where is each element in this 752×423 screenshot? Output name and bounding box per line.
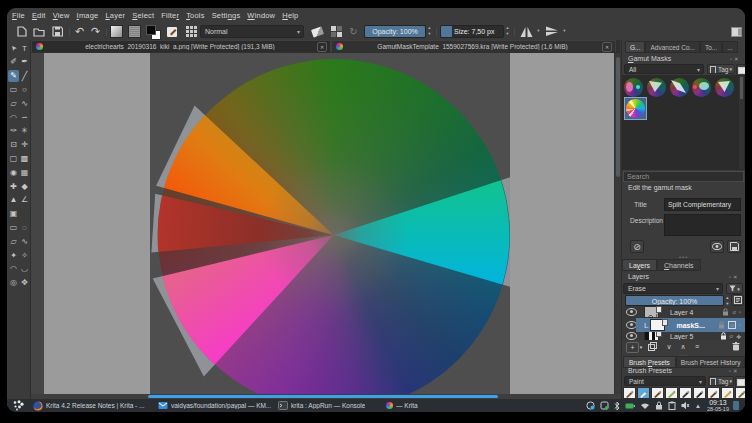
redo-button[interactable]: ↷ [89, 25, 102, 38]
task-krita[interactable]: — Krita [386, 402, 461, 409]
opacity-slider[interactable]: Opacity: 100% [364, 25, 426, 38]
gamut-mask-thumb-4[interactable] [691, 77, 712, 98]
docker-tab-0[interactable]: G... [625, 41, 645, 53]
duplicate-layer-button[interactable] [646, 341, 658, 352]
undo-button[interactable]: ↶ [73, 25, 86, 38]
mirror-horizontal-button[interactable] [518, 25, 534, 38]
mask-preview-button[interactable] [710, 240, 724, 253]
menu-item[interactable]: File [12, 11, 25, 20]
move-layer-up-button[interactable]: ∧ [677, 341, 689, 352]
menu-item[interactable]: View [53, 11, 70, 20]
layer-blending-combo[interactable]: Erase ▾ [623, 283, 723, 294]
open-button[interactable] [32, 25, 45, 38]
mirror-horizontal-menu[interactable]: ▾ [535, 28, 542, 33]
tool-crop[interactable]: ▢ [8, 152, 19, 164]
lock-icon[interactable] [720, 332, 727, 340]
alpha-icon[interactable]: α [728, 321, 735, 329]
delete-layer-button[interactable] [730, 341, 742, 352]
tool-polygon[interactable]: ▱ [8, 97, 19, 109]
reload-preset-button[interactable]: ↻ [347, 25, 360, 38]
menu-item[interactable]: Tools [186, 11, 205, 20]
docker-tab-3[interactable]: ... [722, 41, 737, 53]
menu-item[interactable]: Help [282, 11, 298, 20]
document-tab-2[interactable]: GamutMaskTemplate_1559027569.kra [Write … [331, 40, 616, 52]
mask-search-input[interactable]: Search [623, 171, 744, 182]
choose-workspace-button[interactable] [729, 25, 743, 38]
tool-spacer1[interactable] [19, 208, 30, 220]
tool-polyline[interactable]: ∿ [19, 97, 30, 109]
mask-cancel-button[interactable]: ⊘ [630, 240, 644, 253]
layer-filter-button[interactable]: ▾ [726, 283, 743, 294]
tool-calligraphy[interactable]: ✒ [19, 56, 30, 68]
choose-brush-preset-button[interactable] [185, 25, 198, 38]
mirror-vertical-button[interactable] [544, 25, 560, 38]
alpha-icon[interactable]: α [730, 333, 733, 339]
docker-float-close-icons[interactable]: ▫✕ [730, 56, 741, 62]
docker-tab-1[interactable]: Advanced Co... [645, 41, 699, 53]
edit-brush-settings-button[interactable] [165, 25, 180, 38]
tag-button[interactable]: Tag ▾ [707, 64, 735, 74]
link-icon[interactable]: ▫ [739, 309, 741, 315]
tool-contiguous-select[interactable]: ✦ [8, 249, 19, 261]
tool-edit-shapes[interactable]: ✐ [8, 56, 19, 68]
tool-assistants[interactable]: ▲ [8, 194, 19, 206]
tool-multibrush[interactable]: ✳︎ [19, 125, 30, 137]
canvas-vertical-scrollbar[interactable] [614, 53, 621, 394]
tool-pan[interactable]: ✥ [19, 277, 30, 289]
tool-color-sampler[interactable]: ◉ [8, 166, 19, 178]
mask-title-input[interactable]: Split Complementary [664, 198, 741, 211]
menu-item[interactable]: Filter [161, 11, 179, 20]
pattern-chooser[interactable] [128, 25, 141, 38]
brush-preset-8[interactable] [721, 387, 734, 399]
menu-item[interactable]: Select [132, 11, 154, 20]
tray-expand-caret[interactable]: ▲ [695, 403, 701, 409]
vertical-scroll-handle[interactable] [616, 57, 620, 177]
tab-brush-history[interactable]: Brush Preset History [676, 356, 745, 368]
gamut-mask-thumb-3[interactable] [669, 77, 690, 98]
updates-icon[interactable] [600, 401, 609, 410]
brush-preset-3[interactable] [651, 387, 664, 399]
opacity-spin-down[interactable]: ▾ [426, 31, 433, 36]
tool-freehand-path[interactable]: ∽ [19, 111, 30, 123]
bluetooth-icon[interactable] [614, 401, 620, 411]
lock-icon[interactable] [722, 308, 729, 316]
canvas-area[interactable] [31, 53, 621, 399]
menu-item[interactable]: Settings [212, 11, 241, 20]
tool-move[interactable]: ✛ [19, 139, 30, 151]
screen-layout-icon[interactable] [586, 401, 595, 410]
tool-similar-select[interactable]: ✧ [19, 249, 30, 261]
tool-transform[interactable]: ⊡ [8, 139, 19, 151]
docker-float-close-icons[interactable]: ▫✕ [729, 274, 740, 280]
docker-float-close-icons[interactable]: ▫✕ [729, 368, 740, 374]
layer-row-1[interactable]: Layer 4 α ▫ [622, 306, 745, 318]
layer-visible-icon[interactable] [626, 308, 637, 316]
tool-line[interactable]: ╱ [19, 70, 30, 82]
tool-bezier-select[interactable]: ◠ [8, 263, 19, 275]
tool-select-shapes[interactable]: ➤ [8, 42, 19, 54]
docker-tab-2[interactable]: To... [700, 41, 722, 53]
brush-preset-1[interactable] [623, 387, 636, 399]
brush-preset-2[interactable] [637, 387, 650, 399]
save-button[interactable] [51, 25, 64, 38]
tool-freehand-select[interactable]: ∿ [19, 235, 30, 247]
close-tab-icon[interactable]: ✕ [317, 42, 327, 52]
tab-channels[interactable]: Channels [657, 259, 701, 271]
gamut-mask-thumb-2[interactable] [646, 77, 667, 98]
size-spin-up[interactable]: ▴ [504, 25, 511, 30]
tool-pattern[interactable]: ▦ [19, 166, 30, 178]
task-kmail[interactable]: vaidyas/foundation/paypal — KM... [158, 401, 278, 410]
tool-measure[interactable]: ∠ [19, 194, 30, 206]
menu-item[interactable]: Window [247, 11, 275, 20]
mask-filter-combo[interactable]: All ▾ [624, 64, 704, 74]
tool-smart-patch[interactable]: ✚ [8, 180, 19, 192]
mask-list-scrollbar[interactable] [739, 76, 744, 169]
battery-icon[interactable] [625, 402, 635, 410]
layer-properties-button[interactable]: ≡ [691, 341, 703, 352]
mask-description-input[interactable] [664, 214, 741, 236]
add-icon[interactable]: ✚ [736, 333, 741, 340]
alpha-icon[interactable]: α [732, 309, 735, 315]
mask-scroll-handle[interactable] [740, 77, 743, 99]
blending-mode-combo[interactable]: Normal ▾ [200, 25, 304, 38]
brush-filter-combo[interactable]: Paint ▾ [624, 376, 706, 386]
move-layer-down-button[interactable]: ∨ [663, 341, 675, 352]
